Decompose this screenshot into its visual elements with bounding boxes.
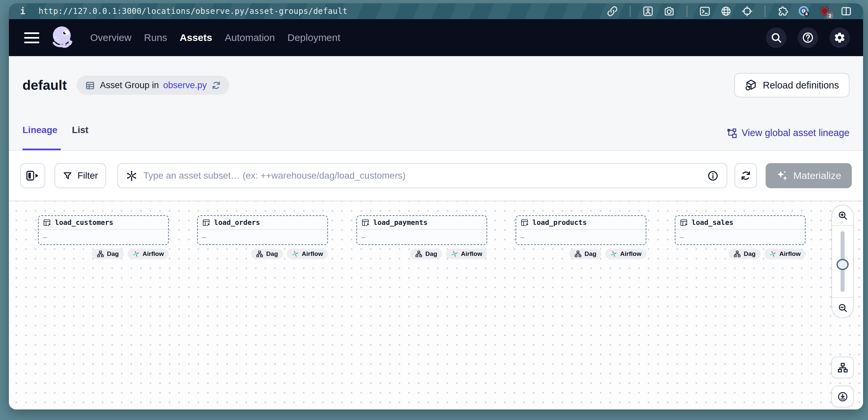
asset-name: load_sales bbox=[692, 219, 733, 227]
asset-status: – bbox=[361, 233, 365, 241]
zoom-in-icon bbox=[838, 210, 848, 221]
reload-definitions-button[interactable]: Reload definitions bbox=[734, 73, 849, 97]
asset-group-table-icon bbox=[85, 80, 95, 91]
asset-subset-input-wrap bbox=[117, 163, 727, 188]
onepassword-icon[interactable] bbox=[798, 6, 810, 17]
asset-group-badge: Asset Group in observe.py bbox=[76, 75, 229, 95]
tag-dag[interactable]: Dag bbox=[410, 249, 442, 259]
tag-airflow[interactable]: Airflow bbox=[446, 249, 487, 259]
tag-airflow[interactable]: Airflow bbox=[605, 249, 646, 259]
asset-status: – bbox=[521, 233, 525, 241]
dagster-logo[interactable] bbox=[50, 25, 76, 51]
airflow-icon bbox=[451, 250, 458, 258]
asset-node-load_products: load_products–DagAirflow bbox=[516, 215, 646, 259]
tag-airflow[interactable]: Airflow bbox=[127, 249, 169, 259]
tag-label: Dag bbox=[744, 250, 756, 258]
download-icon bbox=[837, 391, 848, 402]
nav-item-runs[interactable]: Runs bbox=[144, 32, 167, 43]
ublock-icon[interactable]: 2 bbox=[819, 6, 831, 17]
tag-label: Airflow bbox=[779, 250, 801, 258]
asset-node-tags: DagAirflow bbox=[38, 249, 169, 259]
zoom-out-button[interactable] bbox=[832, 297, 853, 318]
toolbar-divider bbox=[630, 6, 630, 17]
filter-funnel-icon bbox=[62, 171, 73, 181]
asset-table-icon bbox=[521, 219, 529, 227]
tag-label: Dag bbox=[107, 250, 119, 258]
screenshot-image-icon[interactable] bbox=[643, 6, 654, 17]
tag-dag[interactable]: Dag bbox=[92, 249, 124, 259]
refresh-icon bbox=[740, 170, 752, 182]
zoom-slider-thumb[interactable] bbox=[837, 259, 849, 270]
asset-status: – bbox=[680, 233, 684, 241]
view-global-asset-lineage-label: View global asset lineage bbox=[742, 127, 849, 138]
asset-node-load_payments: load_payments–DagAirflow bbox=[356, 215, 487, 259]
help-button[interactable] bbox=[798, 27, 818, 48]
crosshair-icon[interactable] bbox=[742, 6, 753, 17]
settings-button[interactable] bbox=[829, 27, 850, 48]
extensions-puzzle-icon[interactable] bbox=[777, 6, 788, 17]
lineage-canvas[interactable]: load_customers–DagAirflowload_orders–Dag… bbox=[9, 201, 863, 410]
search-button[interactable] bbox=[766, 27, 786, 48]
nav-item-deployment[interactable]: Deployment bbox=[287, 32, 340, 43]
dag-icon bbox=[575, 250, 582, 258]
asset-node-box[interactable]: load_customers– bbox=[38, 215, 169, 245]
download-graph-button[interactable] bbox=[831, 386, 854, 408]
refresh-location-icon[interactable] bbox=[211, 80, 221, 91]
filter-label: Filter bbox=[77, 170, 98, 181]
nav-item-overview[interactable]: Overview bbox=[90, 32, 131, 43]
panel-expand-icon bbox=[26, 170, 40, 181]
asset-node-box[interactable]: load_payments– bbox=[356, 215, 487, 245]
link-icon[interactable] bbox=[607, 6, 618, 17]
zoom-in-button[interactable] bbox=[832, 205, 853, 226]
asset-node-box[interactable]: load_sales– bbox=[675, 215, 806, 245]
browser-url-bar: i http://127.0.0.1:3000/locations/observ… bbox=[9, 3, 863, 19]
dag-icon bbox=[256, 250, 263, 258]
asset-table-icon bbox=[680, 219, 688, 227]
tag-airflow[interactable]: Airflow bbox=[287, 249, 328, 259]
tab-list[interactable]: List bbox=[72, 114, 89, 150]
extension-badge: 2 bbox=[827, 12, 833, 19]
airflow-icon bbox=[292, 250, 299, 258]
browser-window: i http://127.0.0.1:3000/locations/observ… bbox=[9, 3, 863, 410]
tab-lineage[interactable]: Lineage bbox=[23, 114, 58, 150]
globe-icon[interactable] bbox=[720, 6, 732, 17]
page-info-icon[interactable]: i bbox=[20, 6, 25, 16]
asset-subset-input[interactable] bbox=[143, 170, 702, 181]
asset-status: – bbox=[202, 233, 206, 241]
asset-node-tags: DagAirflow bbox=[516, 249, 646, 259]
browser-toolbar-icons: 2 bbox=[607, 6, 852, 17]
tabs-row: LineageList View global asset lineage bbox=[9, 114, 863, 151]
asset-node-tags: DagAirflow bbox=[356, 249, 487, 259]
page-title: default bbox=[23, 77, 67, 93]
filter-button[interactable]: Filter bbox=[55, 163, 106, 188]
terminal-icon[interactable] bbox=[699, 6, 710, 17]
top-nav: OverviewRunsAssetsAutomationDeployment bbox=[9, 19, 863, 56]
fit-graph-button[interactable] bbox=[831, 357, 854, 378]
search-icon bbox=[770, 32, 782, 43]
refresh-graph-button[interactable] bbox=[735, 163, 757, 188]
asset-selection-icon bbox=[126, 170, 137, 182]
camera-icon[interactable] bbox=[663, 6, 675, 17]
view-global-asset-lineage-link[interactable]: View global asset lineage bbox=[726, 114, 849, 150]
asset-node-box[interactable]: load_orders– bbox=[197, 215, 328, 245]
split-view-icon[interactable] bbox=[841, 6, 852, 17]
airflow-icon bbox=[610, 250, 617, 258]
asset-table-icon bbox=[202, 219, 210, 227]
nav-item-assets[interactable]: Assets bbox=[180, 32, 212, 43]
asset-node-box[interactable]: load_products– bbox=[516, 215, 646, 245]
code-location-link[interactable]: observe.py bbox=[163, 80, 207, 91]
tag-dag[interactable]: Dag bbox=[569, 249, 601, 259]
info-icon[interactable] bbox=[707, 170, 719, 182]
reload-definitions-label: Reload definitions bbox=[763, 80, 839, 91]
url-text[interactable]: http://127.0.0.1:3000/locations/observe.… bbox=[39, 7, 607, 16]
asset-name: load_payments bbox=[373, 219, 427, 227]
materialize-button[interactable]: Materialize bbox=[766, 163, 852, 188]
nav-item-automation[interactable]: Automation bbox=[225, 32, 275, 43]
tag-dag[interactable]: Dag bbox=[251, 249, 283, 259]
expand-panel-button[interactable] bbox=[20, 163, 45, 188]
tag-airflow[interactable]: Airflow bbox=[764, 249, 806, 259]
hamburger-menu-icon[interactable] bbox=[24, 32, 39, 43]
asset-node-load_orders: load_orders–DagAirflow bbox=[197, 215, 328, 259]
tag-dag[interactable]: Dag bbox=[728, 249, 761, 259]
asset-name: load_products bbox=[532, 219, 587, 227]
